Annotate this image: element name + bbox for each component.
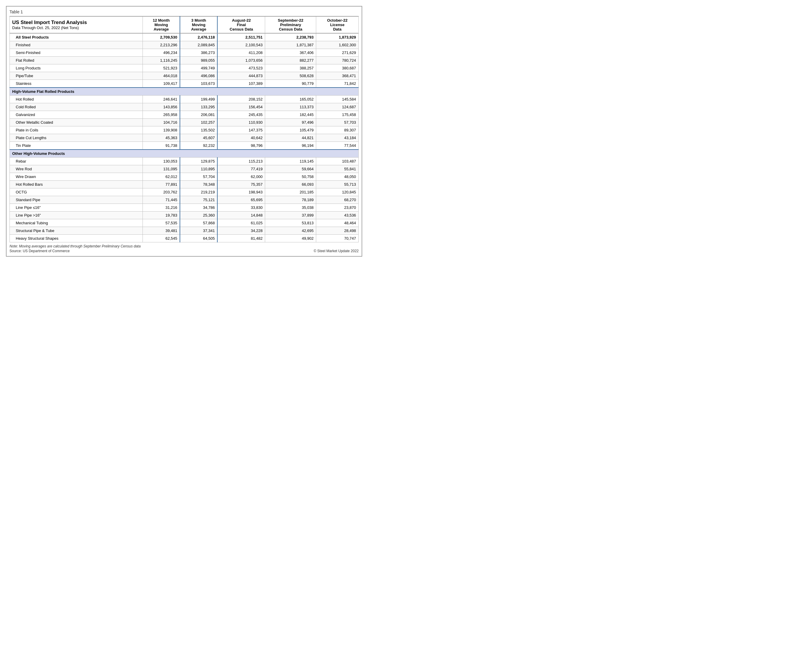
row-value: 97,496 — [265, 119, 316, 126]
row-value: 39,481 — [142, 227, 180, 235]
row-value: 104,716 — [142, 119, 180, 126]
row-label: Heavy Structural Shapes — [10, 235, 143, 242]
row-label: Wire Drawn — [10, 173, 143, 181]
row-label: All Steel Products — [10, 33, 143, 41]
footer-source-text: Source: US Department of Commerce — [10, 249, 70, 253]
row-label: Other Metallic Coated — [10, 119, 143, 126]
row-value: 1,871,387 — [265, 41, 316, 49]
row-value: 35,038 — [265, 204, 316, 212]
row-value: 388,257 — [265, 64, 316, 72]
row-value: 119,145 — [265, 158, 316, 165]
row-value: 496,234 — [142, 49, 180, 57]
table-row: Finished2,213,2962,089,8452,100,5431,871… — [10, 41, 359, 49]
row-value: 110,930 — [217, 119, 265, 126]
row-label: Wire Rod — [10, 165, 143, 173]
table-row: Flat Rolled1,116,245989,0551,073,656882,… — [10, 57, 359, 64]
table-title-cell: US Steel Import Trend Analysis Data Thro… — [10, 16, 143, 33]
row-value: 110,895 — [180, 165, 217, 173]
row-label: Stainless — [10, 80, 143, 88]
row-value: 66,093 — [265, 181, 316, 188]
row-value: 2,089,845 — [180, 41, 217, 49]
table-row: Galvanized265,958206,081245,435182,44517… — [10, 111, 359, 119]
row-value: 124,687 — [316, 103, 359, 111]
row-value: 57,535 — [142, 219, 180, 227]
row-label: Semi-Finished — [10, 49, 143, 57]
row-value: 1,873,929 — [316, 33, 359, 41]
total-row: All Steel Products2,709,5302,476,1182,51… — [10, 33, 359, 41]
header-aug22: August-22 Final Census Data — [217, 16, 265, 33]
row-value: 34,786 — [180, 204, 217, 212]
row-value: 81,482 — [217, 235, 265, 242]
table-row: Mechanical Tubing57,53557,86861,02553,81… — [10, 219, 359, 227]
row-value: 71,445 — [142, 196, 180, 204]
row-value: 48,050 — [316, 173, 359, 181]
row-value: 199,499 — [180, 96, 217, 103]
row-value: 57,704 — [180, 173, 217, 181]
row-value: 245,435 — [217, 111, 265, 119]
row-value: 464,018 — [142, 72, 180, 80]
category-label: Other High-Volume Products — [10, 150, 359, 158]
table-row: Other Metallic Coated104,716102,257110,9… — [10, 119, 359, 126]
row-label: Mechanical Tubing — [10, 219, 143, 227]
row-value: 103,487 — [316, 158, 359, 165]
row-value: 175,458 — [316, 111, 359, 119]
row-value: 1,116,245 — [142, 57, 180, 64]
table-row: Wire Drawn62,01257,70462,00050,75848,050 — [10, 173, 359, 181]
row-value: 23,870 — [316, 204, 359, 212]
row-label: Line Pipe >16" — [10, 212, 143, 219]
header-3month: 3 Month Moving Average — [180, 16, 217, 33]
row-value: 37,899 — [265, 212, 316, 219]
row-value: 2,238,793 — [265, 33, 316, 41]
table-row: Pipe/Tube464,018496,086444,873508,628368… — [10, 72, 359, 80]
row-label: Hot Rolled — [10, 96, 143, 103]
row-value: 130,053 — [142, 158, 180, 165]
row-value: 145,584 — [316, 96, 359, 103]
row-value: 780,724 — [316, 57, 359, 64]
row-value: 61,025 — [217, 219, 265, 227]
row-value: 57,868 — [180, 219, 217, 227]
row-value: 43,536 — [316, 212, 359, 219]
row-value: 107,389 — [217, 80, 265, 88]
row-value: 1,073,656 — [217, 57, 265, 64]
table-row: Structural Pipe & Tube39,48137,34134,228… — [10, 227, 359, 235]
row-value: 77,891 — [142, 181, 180, 188]
row-value: 31,216 — [142, 204, 180, 212]
row-value: 77,419 — [217, 165, 265, 173]
row-value: 59,664 — [265, 165, 316, 173]
row-value: 508,628 — [265, 72, 316, 80]
header-sep22: September-22 Preliminary Census Data — [265, 16, 316, 33]
row-value: 135,502 — [180, 126, 217, 134]
row-value: 156,454 — [217, 103, 265, 111]
row-value: 521,923 — [142, 64, 180, 72]
row-value: 203,762 — [142, 188, 180, 196]
table-row: Plate in Coils139,908135,502147,375105,4… — [10, 126, 359, 134]
row-value: 473,523 — [217, 64, 265, 72]
row-value: 40,642 — [217, 134, 265, 142]
row-value: 53,813 — [265, 219, 316, 227]
row-value: 42,695 — [265, 227, 316, 235]
table-row: Tin Plate91,73892,23298,79696,19477,544 — [10, 142, 359, 150]
header-12month: 12 Month Moving Average — [142, 16, 180, 33]
row-value: 113,373 — [265, 103, 316, 111]
table-row: Hot Rolled246,641199,499208,152165,05214… — [10, 96, 359, 103]
row-value: 62,545 — [142, 235, 180, 242]
row-label: Plate in Coils — [10, 126, 143, 134]
table-row: Plate Cut Lengths45,36345,60740,64244,82… — [10, 134, 359, 142]
row-value: 109,417 — [142, 80, 180, 88]
table-row: OCTG203,762219,219198,943201,185120,845 — [10, 188, 359, 196]
row-value: 55,841 — [316, 165, 359, 173]
row-value: 129,875 — [180, 158, 217, 165]
row-value: 133,295 — [180, 103, 217, 111]
row-value: 115,213 — [217, 158, 265, 165]
footer-copyright: © Steel Market Update 2022 — [314, 249, 359, 253]
table-row: Wire Rod131,095110,89577,41959,66455,841 — [10, 165, 359, 173]
row-value: 57,703 — [316, 119, 359, 126]
row-value: 44,821 — [265, 134, 316, 142]
row-value: 120,845 — [316, 188, 359, 196]
footer-note: Note: Moving averages are calculated thr… — [10, 244, 359, 248]
table-row: Heavy Structural Shapes62,54564,50581,48… — [10, 235, 359, 242]
row-value: 19,783 — [142, 212, 180, 219]
row-label: Flat Rolled — [10, 57, 143, 64]
row-value: 206,081 — [180, 111, 217, 119]
row-value: 28,498 — [316, 227, 359, 235]
